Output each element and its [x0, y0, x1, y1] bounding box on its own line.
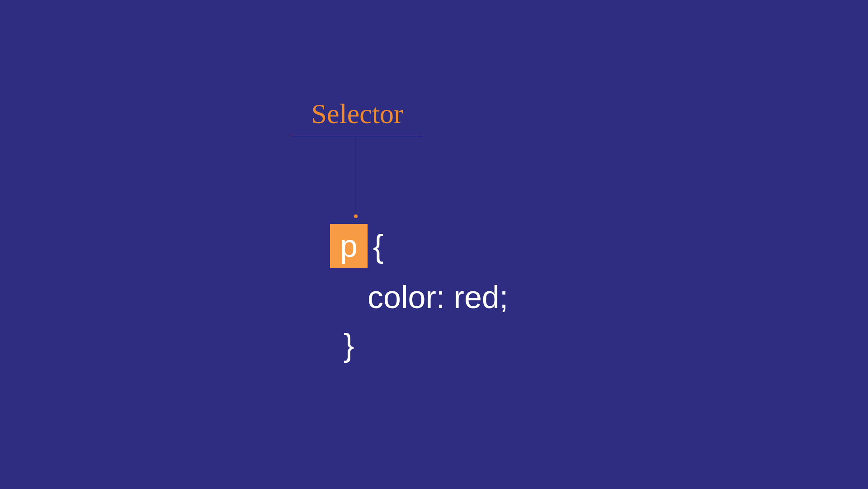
connector-line — [356, 138, 356, 216]
annotation-label-container: Selector — [292, 100, 423, 136]
annotation-label: Selector — [292, 100, 423, 136]
css-declaration: color: red; — [330, 278, 508, 316]
opening-brace: { — [373, 227, 383, 265]
annotation-underline — [292, 136, 423, 136]
closing-brace: } — [330, 326, 508, 364]
selector-line: p { — [330, 224, 508, 268]
css-code-block: p { color: red; } — [330, 224, 508, 364]
css-selector-highlighted: p — [330, 224, 368, 268]
connector-dot — [354, 214, 358, 218]
